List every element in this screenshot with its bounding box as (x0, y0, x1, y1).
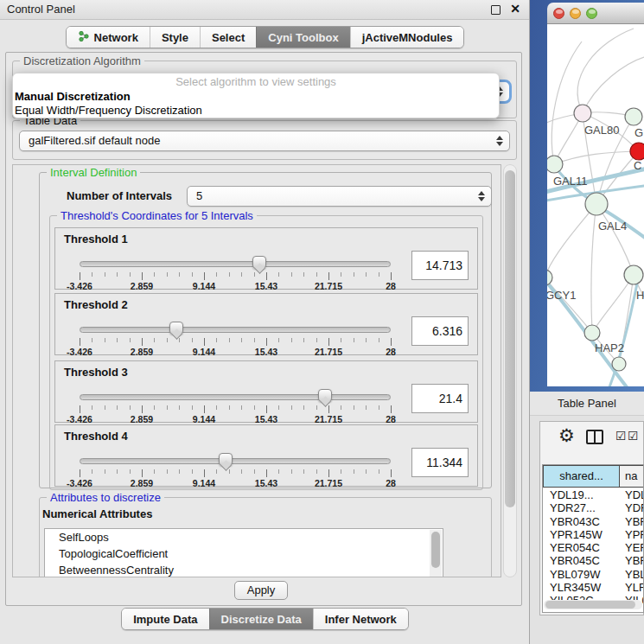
minimize-traffic-light[interactable] (570, 8, 581, 19)
node-bottom[interactable] (612, 357, 626, 371)
table-row[interactable]: YLR345WYLR3 (543, 581, 644, 594)
slider-track[interactable] (80, 327, 391, 333)
scale-label: 15.43 (255, 414, 277, 424)
slider-thumb[interactable] (219, 453, 233, 466)
tab-select[interactable]: Select (200, 27, 256, 48)
cell-name: YPR1 (625, 528, 644, 541)
slider-thumb[interactable] (318, 389, 332, 402)
node-right[interactable] (624, 265, 643, 284)
tab-label: Discretize Data (221, 613, 302, 626)
threshold-value-field[interactable]: 6.316 (411, 316, 469, 346)
node-label: C (634, 159, 641, 172)
cytoscape-desktop: Control Panel ✕ NetworkStyleSelectCyni T… (0, 0, 644, 644)
table-row[interactable]: YDL19...YDL1 (543, 488, 644, 501)
threshold-value-field[interactable]: 21.4 (411, 384, 469, 413)
checkbox-icon[interactable]: ☑ (628, 429, 639, 443)
node-gal80[interactable] (574, 105, 591, 122)
column-layout-icon[interactable] (586, 430, 603, 444)
cell-shared-name: YLR345W (550, 581, 601, 594)
scrollbar-thumb[interactable] (505, 170, 515, 507)
table-data-combobox[interactable]: galFiltered.sif default node (19, 131, 510, 151)
slider-thumb[interactable] (169, 322, 183, 335)
slider-track[interactable] (80, 458, 391, 464)
scale-label: 28 (386, 414, 396, 424)
attribute-items: SelfLoopsTopologicalCoefficientBetweenne… (45, 529, 443, 577)
table-row[interactable]: YBL079WYBL0 (543, 568, 644, 581)
threshold-slider[interactable]: -3.4262.8599.14415.4321.71528 (80, 261, 391, 287)
tab-discretize-data[interactable]: Discretize Data (209, 609, 313, 629)
table-row[interactable]: YBR043CYBR0 (543, 515, 644, 528)
tab-cyni-toolbox[interactable]: Cyni Toolbox (256, 27, 349, 48)
scale-label: 2.859 (131, 347, 153, 357)
zoom-traffic-light[interactable] (586, 8, 597, 19)
scale-label: 21.715 (315, 347, 342, 357)
float-panel-icon[interactable] (491, 5, 501, 15)
node-hap2[interactable] (584, 325, 600, 341)
node-label: HAP2 (595, 341, 624, 354)
threshold-slider[interactable]: -3.4262.8599.14415.4321.71528 (80, 327, 391, 353)
cell-name: YBR0 (625, 554, 644, 567)
threshold-value-field[interactable]: 14.713 (411, 251, 469, 280)
checkbox-icon[interactable]: ☑ (615, 429, 627, 443)
gear-icon[interactable]: ⚙ (558, 425, 575, 446)
tab-infer-network[interactable]: Infer Network (313, 609, 408, 629)
threshold-slider[interactable]: -3.4262.8599.14415.4321.71528 (80, 458, 391, 484)
scale-label: -3.426 (67, 281, 92, 291)
control-panel-titlebar: Control Panel ✕ (0, 0, 529, 20)
threshold-value-field[interactable]: 11.344 (411, 448, 469, 477)
tab-network[interactable]: Network (67, 27, 150, 48)
slider-major-ticks (80, 469, 391, 477)
slider-scale-labels: -3.4262.8599.14415.4321.71528 (80, 414, 391, 424)
attribute-item[interactable]: BetweennessCentrality (45, 562, 443, 577)
numerical-attributes-list[interactable]: SelfLoopsTopologicalCoefficientBetweenne… (44, 528, 443, 577)
dropdown-option-equal-width-frequency[interactable]: Equal Width/Frequency Discretization (15, 104, 202, 117)
slider-track[interactable] (80, 261, 391, 267)
tab-jactivemnodules[interactable]: jActiveMNodules (350, 27, 464, 48)
slider-major-ticks (80, 338, 391, 346)
column-header-shared-name[interactable]: shared... (543, 465, 620, 488)
column-header-name[interactable]: na (620, 465, 644, 488)
node-gal4[interactable] (585, 193, 608, 215)
table-horizontal-scrollbar[interactable] (544, 600, 642, 609)
table-toolbar: ⚙ ☑ ☑ (539, 422, 644, 462)
dropdown-option-manual-discretization[interactable]: Manual Discretization (15, 90, 131, 103)
table-row[interactable]: YPR145WYPR1 (543, 528, 644, 541)
tab-impute-data[interactable]: Impute Data (122, 609, 208, 629)
interval-definition-legend: Interval Definition (47, 166, 140, 179)
slider-scale-labels: -3.4262.8599.14415.4321.71528 (80, 478, 391, 488)
scrollbar-thumb[interactable] (431, 532, 440, 568)
tab-label: Select (212, 31, 245, 44)
network-window-titlebar[interactable] (547, 3, 644, 24)
number-of-intervals-combobox[interactable]: 5 (187, 186, 492, 207)
number-of-intervals-label: Number of Intervals (67, 189, 172, 202)
table-row[interactable]: YBR045CYBR0 (543, 554, 644, 567)
node-label: GAL80 (584, 124, 619, 137)
network-canvas[interactable]: GAL80GGAL11CGAL4GCY1HHAP2 (547, 24, 644, 386)
scale-label: -3.426 (67, 347, 92, 357)
slider-thumb[interactable] (252, 256, 266, 269)
node-label: H (636, 289, 644, 302)
table-panel-title: Table Panel (558, 397, 616, 410)
slider-track[interactable] (80, 394, 391, 400)
close-traffic-light[interactable] (553, 8, 564, 19)
node-gcy1[interactable] (547, 270, 552, 285)
network-nodes[interactable] (547, 105, 644, 371)
node-selected-red[interactable] (630, 143, 644, 160)
scale-label: 28 (386, 347, 396, 357)
close-icon[interactable]: ✕ (510, 2, 520, 16)
scrollbar-thumb[interactable] (545, 601, 635, 609)
node-clipped-top-right[interactable] (625, 108, 642, 125)
node-gal11[interactable] (547, 156, 563, 173)
tab-label: jActiveMNodules (362, 31, 453, 44)
table-row[interactable]: YDR27...YDR2 (543, 501, 644, 514)
attribute-item[interactable]: TopologicalCoefficient (45, 545, 443, 562)
scale-label: 21.715 (315, 414, 342, 424)
attribute-item[interactable]: SelfLoops (45, 529, 443, 545)
tab-style[interactable]: Style (150, 27, 200, 48)
apply-button[interactable]: Apply (234, 581, 288, 600)
settings-vertical-scrollbar[interactable] (503, 164, 517, 577)
cell-name: YDL1 (625, 488, 644, 501)
table-row[interactable]: YER054CYER0 (543, 541, 644, 554)
attributes-scrollbar[interactable] (430, 530, 442, 577)
threshold-slider[interactable]: -3.4262.8599.14415.4321.71528 (80, 394, 391, 420)
